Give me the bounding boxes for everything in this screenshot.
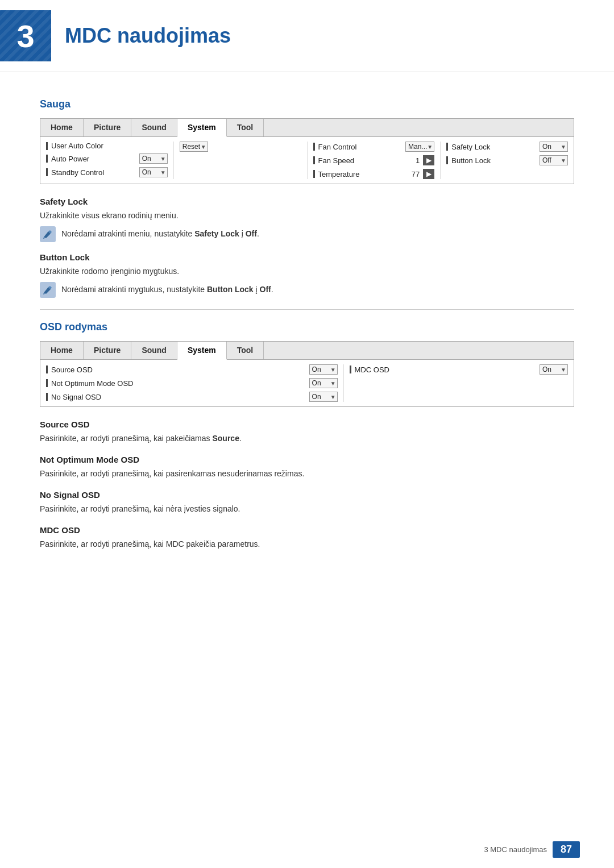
- button-lock-dropdown[interactable]: Off ▼: [540, 155, 568, 165]
- tab-home-2[interactable]: Home: [40, 342, 84, 359]
- button-lock-note: Norėdami atrakinti mygtukus, nustatykite…: [40, 282, 574, 298]
- tab-tool-1[interactable]: Tool: [227, 119, 264, 136]
- fan-control-row: Fan Control Man... ▼: [313, 142, 435, 152]
- bar-icon: [313, 143, 315, 151]
- standby-control-row: Standby Control On ▼: [46, 167, 168, 177]
- mdc-osd-heading: MDC OSD: [40, 525, 574, 535]
- tab-picture-2[interactable]: Picture: [84, 342, 131, 359]
- safety-lock-note-text: Norėdami atrakinti meniu, nustatykite Sa…: [61, 226, 259, 240]
- source-osd-dropdown[interactable]: On ▼: [309, 364, 338, 375]
- source-osd-row: Source OSD On ▼: [46, 364, 338, 375]
- bar-icon: [46, 393, 48, 401]
- auto-power-value: On: [142, 155, 151, 163]
- source-osd-heading: Source OSD: [40, 420, 574, 429]
- mdc-osd-row: MDC OSD On ▼: [350, 364, 568, 375]
- sauga-section-heading: Sauga: [40, 98, 574, 110]
- fan-control-value: Man...: [408, 143, 427, 151]
- not-optimum-dropdown[interactable]: On ▼: [309, 378, 338, 388]
- no-signal-value: On: [312, 393, 321, 401]
- mdc-osd-body: Pasirinkite, ar rodyti pranešimą, kai MD…: [40, 538, 574, 550]
- main-content: Sauga Home Picture Sound System Tool Use…: [0, 72, 614, 589]
- no-signal-body: Pasirinkite, ar rodyti pranešimą, kai nė…: [40, 503, 574, 515]
- sauga-col-1: User Auto Color Auto Power On ▼ Standby …: [40, 142, 174, 179]
- no-signal-row: No Signal OSD On ▼: [46, 392, 338, 402]
- not-optimum-value: On: [312, 379, 321, 387]
- safety-lock-value: On: [542, 143, 551, 151]
- sauga-table-tabs: Home Picture Sound System Tool: [40, 119, 574, 137]
- tab-tool-2[interactable]: Tool: [227, 342, 264, 359]
- dropdown-arrow: ▼: [561, 367, 566, 373]
- pencil-icon-2: [43, 285, 53, 295]
- dropdown-arrow: ▼: [160, 156, 166, 162]
- temperature-value: 77: [406, 170, 420, 178]
- chapter-number-box: 3: [0, 10, 51, 61]
- bar-icon: [446, 156, 448, 164]
- note-icon-1: [40, 226, 56, 242]
- fan-speed-label: Fan Speed: [318, 156, 403, 165]
- bar-icon: [350, 366, 351, 373]
- osd-col-2: MDC OSD On ▼: [344, 364, 574, 402]
- divider-1: [40, 309, 574, 310]
- osd-table: Home Picture Sound System Tool Source OS…: [40, 341, 574, 407]
- not-optimum-label: Not Optimum Mode OSD: [51, 379, 306, 388]
- fan-control-label: Fan Control: [318, 143, 402, 151]
- temperature-arrow[interactable]: ▶: [423, 169, 434, 179]
- user-auto-color-label: User Auto Color: [51, 142, 168, 150]
- fan-control-dropdown[interactable]: Man... ▼: [405, 142, 434, 152]
- not-optimum-body: Pasirinkite, ar rodyti pranešimą, kai pa…: [40, 468, 574, 480]
- bar-icon: [46, 155, 48, 163]
- sauga-col-4: Safety Lock On ▼ Button Lock Off ▼: [441, 142, 574, 179]
- auto-power-dropdown[interactable]: On ▼: [139, 153, 168, 164]
- tab-system-2[interactable]: System: [177, 342, 227, 360]
- standby-control-dropdown[interactable]: On ▼: [139, 167, 168, 177]
- fan-speed-row: Fan Speed 1 ▶: [313, 155, 435, 165]
- no-signal-heading: No Signal OSD: [40, 490, 574, 500]
- tab-sound-1[interactable]: Sound: [131, 119, 177, 136]
- chapter-header: 3 MDC naudojimas: [0, 0, 614, 72]
- auto-power-label: Auto Power: [51, 155, 136, 163]
- sauga-col-3: Fan Control Man... ▼ Fan Speed 1 ▶ Tempe…: [308, 142, 441, 179]
- fan-speed-value: 1: [406, 156, 420, 165]
- dropdown-arrow: ▼: [427, 144, 433, 150]
- note-icon-2: [40, 282, 56, 298]
- safety-lock-body: Užrakinkite visus ekrano rodinių meniu.: [40, 210, 574, 222]
- bar-icon: [313, 156, 315, 164]
- auto-power-row: Auto Power On ▼: [46, 153, 168, 164]
- user-auto-color-row: User Auto Color: [46, 142, 168, 150]
- tab-home-1[interactable]: Home: [40, 119, 84, 136]
- source-osd-value: On: [312, 366, 321, 373]
- footer-page-number: 87: [553, 841, 580, 858]
- button-lock-note-text: Norėdami atrakinti mygtukus, nustatykite…: [61, 282, 273, 296]
- reset-dropdown[interactable]: Reset ▼: [180, 142, 208, 152]
- safety-lock-label: Safety Lock: [451, 143, 536, 151]
- source-osd-body: Pasirinkite, ar rodyti pranešimą, kai pa…: [40, 433, 574, 445]
- osd-section-heading: OSD rodymas: [40, 321, 574, 333]
- chapter-number: 3: [16, 18, 34, 55]
- safety-lock-note: Norėdami atrakinti meniu, nustatykite Sa…: [40, 226, 574, 242]
- bar-icon: [46, 142, 48, 150]
- safety-lock-dropdown[interactable]: On ▼: [540, 142, 568, 152]
- dropdown-arrow: ▼: [561, 157, 566, 164]
- safety-lock-row: Safety Lock On ▼: [446, 142, 568, 152]
- sauga-table-body: User Auto Color Auto Power On ▼ Standby …: [40, 137, 574, 184]
- tab-sound-2[interactable]: Sound: [131, 342, 177, 359]
- dropdown-arrow: ▼: [330, 367, 336, 373]
- button-lock-heading: Button Lock: [40, 252, 574, 262]
- standby-control-value: On: [142, 168, 151, 176]
- fan-speed-arrow[interactable]: ▶: [423, 155, 434, 165]
- bar-icon: [446, 143, 448, 151]
- sauga-table: Home Picture Sound System Tool User Auto…: [40, 118, 574, 184]
- mdc-osd-dropdown[interactable]: On ▼: [540, 364, 568, 375]
- dropdown-arrow: ▼: [561, 144, 566, 150]
- osd-table-tabs: Home Picture Sound System Tool: [40, 342, 574, 360]
- tab-picture-1[interactable]: Picture: [84, 119, 131, 136]
- page-footer: 3 MDC naudojimas 87: [484, 841, 580, 858]
- tab-system-1[interactable]: System: [177, 119, 227, 137]
- safety-lock-heading: Safety Lock: [40, 197, 574, 206]
- standby-control-label: Standby Control: [51, 168, 136, 177]
- bar-icon: [46, 366, 48, 373]
- dropdown-arrow: ▼: [160, 169, 166, 176]
- no-signal-dropdown[interactable]: On ▼: [309, 392, 338, 402]
- osd-col-1: Source OSD On ▼ Not Optimum Mode OSD On …: [40, 364, 344, 402]
- button-lock-label: Button Lock: [451, 156, 536, 165]
